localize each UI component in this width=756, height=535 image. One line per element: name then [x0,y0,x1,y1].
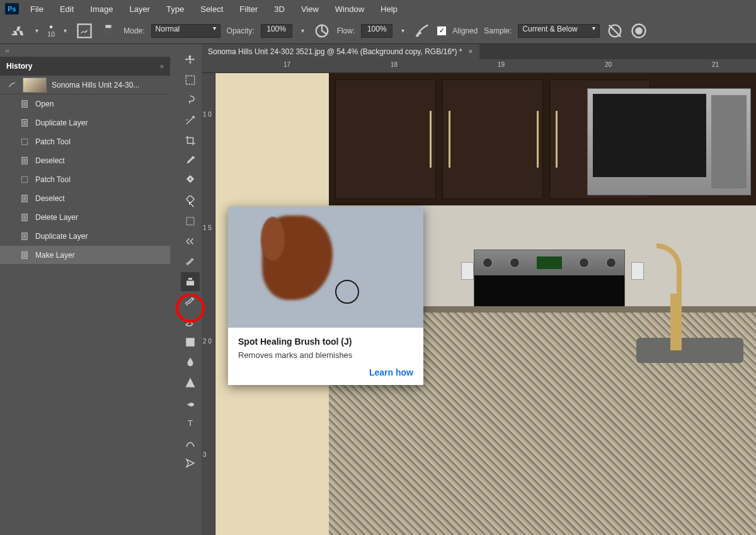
mode-select[interactable]: Normal [151,24,220,38]
ruler-horizontal[interactable]: 1718192021 [202,59,756,73]
tool-dodge[interactable] [181,373,200,392]
history-item[interactable]: Deselect [0,151,170,170]
tool-lasso[interactable] [181,91,200,110]
opacity-input[interactable]: 100% [261,24,292,38]
tool-path[interactable] [181,434,200,452]
tool-patch[interactable] [181,212,200,231]
patch-icon [19,137,30,147]
flow-input[interactable]: 100% [361,24,392,38]
tool-history-brush[interactable] [181,292,200,311]
document-icon [19,99,30,109]
canvas-row: 1 01 52 03 [202,73,756,535]
history-panel-header: History ≡ [0,57,170,76]
tooltip-description: Removes marks and blemishes [238,350,413,360]
tool-shape-arrow[interactable] [181,454,200,473]
tool-healing[interactable] [181,171,200,190]
menu-edit[interactable]: Edit [55,3,79,15]
document-thumbnail [23,78,47,93]
chevron-down-icon[interactable]: ▾ [399,27,407,34]
ruler-mark: 1 5 [203,224,212,231]
document-tab[interactable]: Sonoma Hills Unit 24-302 3521.jpg @ 54.4… [202,44,479,59]
svg-rect-16 [21,139,27,144]
brush-cursor-preview [335,280,359,304]
tool-blur[interactable] [181,353,200,372]
ruler-mark: 18 [391,61,398,68]
aligned-checkbox[interactable]: ✓ [437,26,446,35]
menu-help[interactable]: Help [375,3,403,15]
menu-image[interactable]: Image [85,3,118,15]
tool-move[interactable] [181,50,200,69]
document-canvas[interactable]: Spot Healing Brush tool (J) Removes mark… [215,73,756,535]
tool-eyedropper[interactable] [181,151,200,170]
tool-brush-alt[interactable] [181,192,200,210]
ruler-mark: 2 0 [203,338,212,345]
history-document-row[interactable]: Sonoma Hills Unit 24-30... [0,76,170,95]
history-item[interactable]: Delete Layer [0,208,170,227]
tool-type[interactable]: T [181,413,200,432]
svg-point-7 [636,28,642,33]
document-icon [19,231,30,241]
menu-layer[interactable]: Layer [125,3,156,15]
airbrush-icon[interactable] [413,22,431,40]
tooltip-learn-link[interactable]: Learn how [238,367,413,377]
brush-preview[interactable]: • 10 [47,24,55,38]
svg-rect-1 [103,28,115,37]
chevron-down-icon[interactable]: ▾ [299,27,307,34]
clone-source-icon[interactable] [100,22,117,40]
history-item[interactable]: Make Layer [0,246,170,265]
panel-collapse-bar[interactable]: ‹‹ [0,44,170,57]
brush-panel-icon[interactable] [76,22,93,40]
history-item[interactable]: Patch Tool [0,132,170,151]
tool-wand[interactable] [181,111,200,130]
collapse-icon: ‹‹ [5,47,9,54]
svg-text:T: T [188,418,193,428]
tool-clone[interactable] [181,272,200,291]
canvas-area: Sonoma Hills Unit 24-302 3521.jpg @ 54.4… [202,44,756,535]
tool-content-aware[interactable] [181,232,200,251]
chevron-down-icon[interactable]: ▾ [61,27,69,34]
tool-gradient[interactable] [181,333,200,352]
history-brush-icon [6,79,18,90]
menu-window[interactable]: Window [330,3,369,15]
history-item[interactable]: Duplicate Layer [0,227,170,246]
ruler-vertical[interactable]: 1 01 52 03 [202,73,215,535]
mode-label: Mode: [123,26,144,35]
history-item-label: Patch Tool [35,137,71,146]
tool-crop[interactable] [181,131,200,150]
tool-preset-icon[interactable] [9,22,26,40]
tool-marquee[interactable] [181,71,200,89]
history-item-label: Deselect [35,194,65,203]
history-item[interactable]: Deselect [0,189,170,208]
tools-toolbar: ↖ T [179,44,202,535]
tool-brush-outline[interactable] [181,252,200,271]
svg-rect-42 [186,217,194,225]
sample-select[interactable]: Current & Below [518,24,600,38]
document-name: Sonoma Hills Unit 24-30... [52,81,139,89]
ignore-adjustments-icon[interactable] [606,22,624,40]
document-icon [19,156,30,166]
menu-select[interactable]: Select [195,3,228,15]
pressure-size-icon[interactable] [630,22,648,40]
history-item[interactable]: Open [0,95,170,113]
menu-3d[interactable]: 3D [269,3,290,15]
tool-eraser[interactable] [181,313,200,331]
panel-separator[interactable] [170,44,179,535]
menu-file[interactable]: File [25,3,49,15]
document-icon [19,118,30,128]
pressure-opacity-icon[interactable] [313,22,331,40]
menu-filter[interactable]: Filter [234,3,263,15]
sample-label: Sample: [484,26,512,35]
close-tab-icon[interactable]: × [469,47,473,56]
menu-type[interactable]: Type [161,3,189,15]
document-tab-label: Sonoma Hills Unit 24-302 3521.jpg @ 54.4… [208,47,462,56]
panel-menu-icon[interactable]: ≡ [160,63,164,70]
opacity-label: Opacity: [227,26,255,35]
chevron-down-icon[interactable]: ▾ [33,27,41,34]
tool-pen-shape[interactable] [181,393,200,412]
ruler-mark: 3 [203,451,207,458]
svg-rect-0 [78,24,91,37]
history-item[interactable]: Duplicate Layer [0,113,170,132]
menu-view[interactable]: View [296,3,324,15]
history-item[interactable]: Patch Tool [0,170,170,189]
history-item-label: Duplicate Layer [35,232,88,241]
